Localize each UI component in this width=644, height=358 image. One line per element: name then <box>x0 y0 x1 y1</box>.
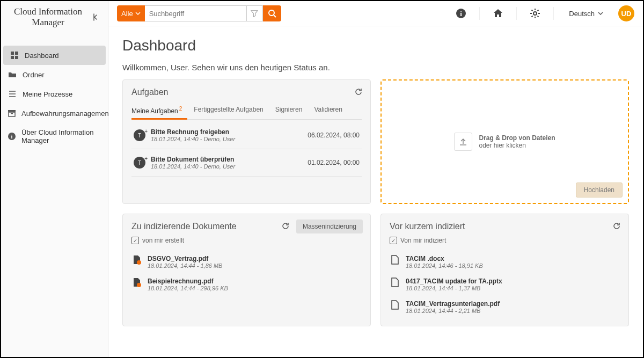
sidebar: Cloud Information Manager Dashboard Ordn… <box>1 1 108 357</box>
svg-rect-4 <box>8 110 16 112</box>
info-icon: i <box>456 8 466 19</box>
chevron-down-icon <box>135 11 141 16</box>
document-meta: 18.01.2024, 14:44 - 1,37 MB <box>406 285 502 291</box>
refresh-icon <box>612 222 621 230</box>
sidebar-item-label: Meine Prozesse <box>23 90 72 98</box>
svg-rect-3 <box>15 56 18 59</box>
tab-signieren[interactable]: Signieren <box>275 103 303 119</box>
settings-button[interactable] <box>528 6 543 21</box>
upload-icon <box>454 133 472 151</box>
search-button[interactable] <box>263 5 281 21</box>
task-title: Bitte Rechnung freigeben <box>151 128 302 136</box>
sidebar-item-ordner[interactable]: Ordner <box>1 65 108 84</box>
sidebar-item-prozesse[interactable]: Meine Prozesse <box>1 84 108 104</box>
refresh-icon <box>354 87 363 96</box>
list-icon <box>8 90 17 98</box>
gear-icon <box>530 8 540 19</box>
task-row[interactable]: T Bitte Dokument überprüfen 18.01.2024, … <box>131 149 362 177</box>
document-title: DSGVO_Vertrag.pdf <box>148 255 222 262</box>
document-warn-icon <box>133 277 142 287</box>
document-row[interactable]: Beispielrechnung.pdf 18.01.2024, 14:44 -… <box>131 273 362 296</box>
upload-dropzone[interactable]: Drag & Drop von Dateien oder hier klicke… <box>380 79 629 204</box>
archive-icon <box>8 109 16 118</box>
filter-icon <box>251 10 258 17</box>
document-row[interactable]: TACIM_Vertragsunterlagen.pdf 18.01.2024,… <box>390 296 620 318</box>
panel-title: Vor kurzem indiziert <box>390 222 620 231</box>
document-title: TACIM_Vertragsunterlagen.pdf <box>406 300 500 308</box>
document-meta: 18.01.2024, 14:44 - 1,86 MB <box>148 262 222 269</box>
sidebar-item-aufbewahrung[interactable]: Aufbewahrungsmanagement <box>1 104 108 123</box>
search-input[interactable] <box>145 5 247 21</box>
checkbox-label: Von mir indiziert <box>400 237 446 244</box>
document-icon <box>391 300 400 310</box>
task-icon: T <box>134 157 145 169</box>
task-row[interactable]: T Bitte Rechnung freigeben 18.01.2024, 1… <box>131 122 362 149</box>
search-scope-dropdown[interactable]: Alle <box>117 5 145 21</box>
chevron-down-icon <box>598 11 603 16</box>
document-title: 0417_TACIM update for TA.pptx <box>406 277 502 285</box>
info-button[interactable]: i <box>453 6 469 21</box>
sidebar-item-label: Aufbewahrungsmanagement <box>21 109 111 118</box>
filter-button[interactable] <box>247 5 263 21</box>
tab-meine-aufgaben[interactable]: Meine Aufgaben2 <box>131 103 182 119</box>
search-icon <box>268 9 276 18</box>
created-by-me-checkbox[interactable]: ✓ <box>131 237 139 244</box>
task-meta: 18.01.2024, 14:40 - Demo, User <box>151 136 302 142</box>
svg-rect-2 <box>11 56 14 59</box>
upload-button[interactable]: Hochladen <box>576 182 623 198</box>
svg-point-9 <box>269 10 274 16</box>
svg-rect-1 <box>15 52 18 55</box>
svg-rect-0 <box>11 52 14 55</box>
recent-panel: Vor kurzem indiziert ✓ Von mir indiziert… <box>380 214 629 326</box>
document-meta: 18.01.2024, 14:44 - 2,21 MB <box>406 308 500 314</box>
svg-point-13 <box>137 260 141 265</box>
svg-text:i: i <box>11 134 13 140</box>
refresh-button[interactable] <box>281 222 290 230</box>
mass-index-button[interactable]: Massenindizierung <box>296 220 363 233</box>
document-title: Beispielrechnung.pdf <box>148 277 228 285</box>
svg-point-12 <box>533 12 537 15</box>
home-button[interactable] <box>491 6 506 21</box>
document-icon <box>391 255 400 265</box>
upload-text-secondary: oder hier klicken <box>479 142 555 149</box>
topbar: Alle i Deutsch <box>108 1 643 26</box>
grid-icon <box>10 51 19 60</box>
sidebar-item-label: Dashboard <box>25 52 59 60</box>
panel-title: Aufgaben <box>131 87 362 97</box>
welcome-text: Willkommen, User. Sehen wir uns den heut… <box>122 63 629 72</box>
page-title: Dashboard <box>122 37 629 54</box>
indexed-by-me-checkbox[interactable]: ✓ <box>390 237 397 244</box>
task-date: 01.02.2024, 00:00 <box>308 159 360 166</box>
tab-fertig[interactable]: Fertiggestellte Aufgaben <box>194 103 263 119</box>
refresh-button[interactable] <box>612 222 621 230</box>
checkbox-label: von mir erstellt <box>142 237 184 244</box>
svg-text:i: i <box>460 10 462 18</box>
sidebar-item-label: Ordner <box>23 71 44 79</box>
document-meta: 18.01.2024, 14:46 - 18,91 KB <box>406 262 483 269</box>
to-index-panel: Zu indizierende Dokumente Massenindizier… <box>122 214 371 326</box>
user-avatar[interactable]: UD <box>618 5 634 21</box>
sidebar-item-label: Über Cloud Information Manager <box>21 128 101 144</box>
document-row[interactable]: DSGVO_Vertrag.pdf 18.01.2024, 14:44 - 1,… <box>131 251 362 273</box>
tab-validieren[interactable]: Validieren <box>314 103 342 119</box>
refresh-button[interactable] <box>354 87 363 96</box>
task-meta: 18.01.2024, 14:40 - Demo, User <box>151 163 302 170</box>
document-icon <box>391 277 400 287</box>
sidebar-item-about[interactable]: i Über Cloud Information Manager <box>1 123 108 150</box>
folder-icon <box>8 70 17 79</box>
task-date: 06.02.2024, 08:00 <box>308 131 360 139</box>
tasks-panel: Aufgaben Meine Aufgaben2 Fertiggestellte… <box>122 79 371 204</box>
language-dropdown[interactable]: Deutsch <box>565 10 608 18</box>
document-row[interactable]: TACIM .docx 18.01.2024, 14:46 - 18,91 KB <box>390 251 620 273</box>
brand-title: Cloud Information Manager <box>8 6 89 27</box>
sidebar-item-dashboard[interactable]: Dashboard <box>3 46 106 65</box>
document-meta: 18.01.2024, 14:44 - 298,96 KB <box>148 285 228 291</box>
collapse-icon <box>91 13 99 21</box>
home-icon <box>493 8 503 19</box>
sidebar-collapse-button[interactable] <box>89 11 101 24</box>
info-icon: i <box>8 132 16 141</box>
svg-point-14 <box>137 283 141 287</box>
task-icon: T <box>134 129 145 141</box>
document-warn-icon <box>133 255 142 265</box>
document-row[interactable]: 0417_TACIM update for TA.pptx 18.01.2024… <box>390 273 620 296</box>
